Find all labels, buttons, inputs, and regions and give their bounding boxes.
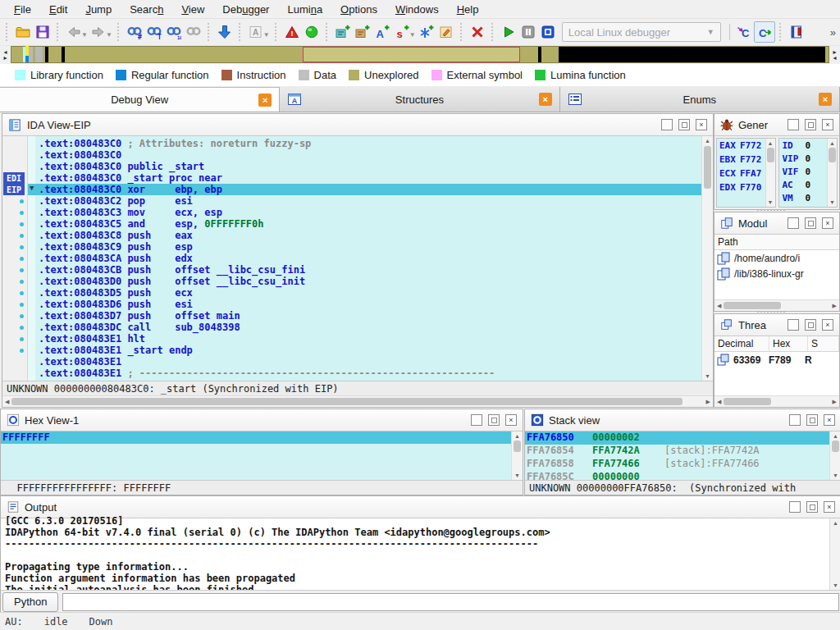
flag-row[interactable]: VIP0 (779, 152, 828, 165)
register-row[interactable]: EAXF772 (717, 139, 765, 153)
disasm-line[interactable]: .text:080483E1 ; -----------------------… (28, 368, 701, 379)
disasm-line[interactable]: .text:080483D5 push ecx (28, 287, 701, 299)
registers-close-button[interactable] (822, 119, 833, 130)
flags-list[interactable]: ID0VIP0VIF0AC0VM0RF1 ▲▼ (778, 138, 838, 208)
breakpoint-dot[interactable] (20, 211, 24, 215)
output-float-button[interactable] (806, 501, 818, 513)
tab-enums[interactable]: Enums× (560, 87, 840, 112)
modules-hscrollbar[interactable]: ◀▶ (714, 299, 839, 311)
open-file-button[interactable] (13, 22, 33, 42)
disasm-code-area[interactable]: .text:080483C0 ; Attributes: noreturn fu… (28, 136, 701, 381)
disasm-line[interactable]: .text:080483CB push offset __libc_csu_fi… (28, 264, 701, 276)
output-minimize-button[interactable] (789, 501, 801, 513)
menu-item-windows[interactable]: Windows (388, 2, 446, 17)
disasm-vscrollbar[interactable]: ▲▼ (701, 136, 713, 381)
suspend-process-button[interactable] (518, 22, 538, 42)
flag-row[interactable]: AC0 (779, 178, 828, 191)
navigation-band[interactable] (11, 46, 829, 63)
hex-view-close-button[interactable] (505, 414, 517, 426)
threads-close-button[interactable] (822, 319, 833, 331)
menu-item-debugger[interactable]: Debugger (215, 2, 276, 17)
search-next-button[interactable] (184, 22, 203, 42)
threads-col-header[interactable]: Decimal (714, 336, 769, 351)
breakpoint-dot[interactable] (20, 280, 24, 284)
disasm-line[interactable]: .text:080483E1 hlt (28, 333, 701, 345)
breakpoint-dot[interactable] (20, 326, 24, 330)
threads-col-header[interactable]: Hex (769, 336, 808, 351)
register-row[interactable]: ECXFFA7 (717, 167, 765, 180)
menu-item-options[interactable]: Options (333, 2, 385, 17)
threads-col-header[interactable]: S (808, 336, 839, 351)
disasm-line[interactable]: .text:080483C9 push esp (28, 241, 701, 253)
output-close-button[interactable] (824, 501, 835, 513)
disasm-line[interactable]: .text:080483C0 ; Attributes: noreturn fu… (28, 138, 701, 149)
hex-vscrollbar[interactable]: ▲▼ (511, 431, 523, 480)
tab-close-button[interactable]: × (539, 93, 552, 106)
create-struct-button[interactable]: s (392, 22, 412, 42)
navigate-back-button[interactable] (64, 22, 84, 42)
save-button[interactable] (33, 22, 52, 42)
module-row[interactable]: /lib/i386-linux-gr (714, 266, 839, 281)
thread-row[interactable]: 63369F789R (714, 352, 839, 368)
tab-close-button[interactable]: × (258, 94, 272, 107)
navigate-forward-button[interactable] (89, 22, 108, 42)
output-vscrollbar[interactable]: ▲▼ (829, 518, 840, 590)
flag-row[interactable]: ID0 (779, 139, 828, 152)
ascii-string-button[interactable]: A (246, 22, 266, 42)
threads-header[interactable]: DecimalHexS (714, 336, 839, 352)
disasm-line[interactable]: .text:080483D6 push esi (28, 299, 701, 310)
breakpoint-dot[interactable] (20, 303, 24, 307)
breakpoint-dot[interactable] (20, 314, 24, 318)
breakpoint-dot[interactable] (20, 268, 24, 272)
registers-float-button[interactable] (805, 119, 816, 130)
breakpoint-dot[interactable] (20, 245, 24, 249)
splitter-grip[interactable] (757, 209, 785, 211)
flag-row[interactable]: VIF0 (779, 165, 828, 178)
menu-item-view[interactable]: View (174, 2, 212, 17)
disasm-line[interactable]: ▼.text:080483C0 xor ebp, ebp (28, 184, 701, 195)
disasm-line[interactable]: .text:080483E1 _start endp (28, 345, 701, 356)
debugger-select[interactable]: Local Linux debugger▼ (562, 22, 721, 42)
hex-dump-area[interactable]: FFFFFFFF (1, 431, 511, 480)
splitter-grip[interactable] (757, 311, 785, 313)
stack-view-float-button[interactable] (806, 414, 818, 426)
hex-row[interactable]: FFFFFFFF (1, 431, 511, 444)
jump-address-button[interactable] (215, 22, 235, 42)
flag-row[interactable]: RF1 (779, 204, 828, 207)
breakpoint-dot[interactable] (20, 349, 24, 353)
disasm-line[interactable]: .text:080483C5 and esp, 0FFFFFFF0h (28, 218, 701, 230)
ida-view-hscrollbar[interactable]: ◀▶ (2, 395, 713, 407)
toolbar-overflow-button[interactable]: » (830, 26, 835, 39)
flag-row[interactable]: VM0 (779, 191, 828, 204)
breakpoint-dot[interactable] (20, 291, 24, 295)
threads-hscrollbar[interactable]: ◀▶ (714, 395, 839, 407)
breakpoint-dot[interactable] (20, 199, 24, 203)
step-into-button[interactable]: C (734, 22, 754, 42)
disasm-line[interactable]: .text:080483C0 _start proc near (28, 172, 701, 184)
python-cli-selector-button[interactable]: Python (2, 592, 58, 612)
disasm-line[interactable]: .text:080483C8 push eax (28, 230, 701, 241)
problems-button[interactable]: ! (282, 22, 302, 42)
tab-structures[interactable]: AStructures× (280, 87, 559, 112)
stack-row[interactable]: FFA76858FFA77466[stack]:FFA77466 (525, 458, 829, 471)
stack-row[interactable]: FFA7685C00000000 (525, 471, 829, 480)
threads-float-button[interactable] (805, 319, 816, 331)
disasm-line[interactable]: .text:080483CA push edx (28, 253, 701, 264)
disasm-line[interactable]: .text:080483C0 (28, 149, 701, 161)
cli-input[interactable] (62, 593, 839, 611)
registers-list[interactable]: EAXF772EBXF772ECXFFA7EDXF770 ▲▼ (716, 138, 776, 208)
ida-view-close-button[interactable] (696, 119, 707, 130)
stack-view-minimize-button[interactable] (789, 414, 801, 426)
menu-item-help[interactable]: Help (450, 2, 486, 17)
disasm-line[interactable]: .text:080483E1 (28, 356, 701, 368)
tab-close-button[interactable]: × (819, 93, 832, 106)
disasm-line[interactable]: .text:080483D7 push offset main (28, 310, 701, 322)
threads-minimize-button[interactable] (788, 319, 799, 331)
disasm-line[interactable]: .text:080483C0 public _start (28, 161, 701, 172)
ida-view-minimize-button[interactable] (661, 119, 673, 130)
module-row[interactable]: /home/aundro/i (714, 250, 839, 266)
lumina-status-button[interactable] (302, 22, 322, 42)
stack-vscrollbar[interactable]: ▲▼ (829, 431, 840, 480)
create-code-button[interactable] (333, 22, 353, 42)
disasm-line[interactable]: .text:080483DC call sub_8048398 (28, 322, 701, 333)
